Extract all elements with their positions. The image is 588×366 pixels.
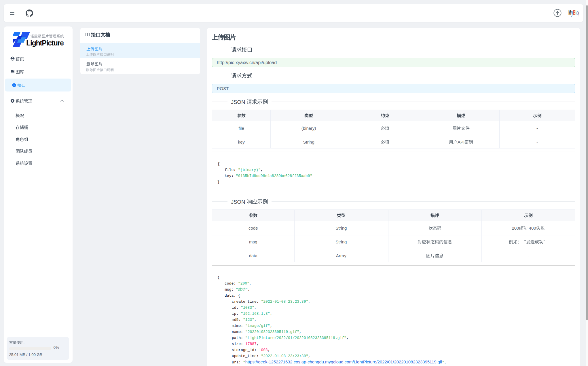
svg-text:MyBlog: MyBlog <box>568 9 579 17</box>
